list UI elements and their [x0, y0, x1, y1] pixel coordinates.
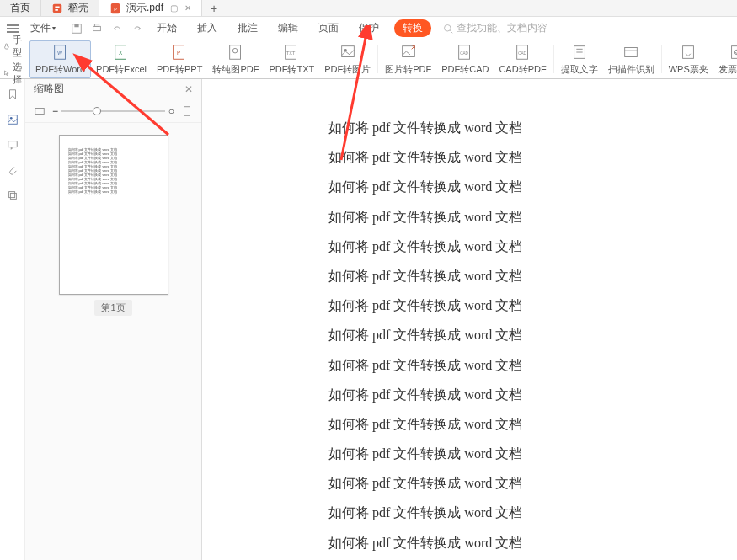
search-box[interactable]: 查找功能、文档内容: [443, 21, 547, 35]
redo-icon[interactable]: [130, 21, 145, 36]
svg-rect-32: [625, 48, 638, 57]
document-text-line: 如何将 pdf 文件转换成 word 文档: [328, 113, 686, 142]
thumbnail-item[interactable]: 如何将 pdf 文件转换成 word 文档如何将 pdf 文件转换成 word …: [37, 135, 190, 316]
menu-annotate[interactable]: 批注: [232, 19, 263, 37]
menu-page[interactable]: 页面: [313, 19, 344, 37]
svg-text:W: W: [57, 50, 63, 56]
bookmark-panel-icon[interactable]: [6, 88, 19, 101]
menu-protect[interactable]: 保护: [354, 19, 384, 37]
print-icon[interactable]: [89, 21, 104, 36]
svg-text:P: P: [177, 50, 180, 56]
tool-图片转PDF[interactable]: 图片转PDF: [380, 40, 436, 78]
tool-icon: CAD: [456, 43, 474, 61]
svg-text:X: X: [119, 50, 123, 56]
tool-转纯图PDF[interactable]: 转纯图PDF: [207, 40, 264, 78]
hand-icon: [3, 41, 10, 51]
save-icon[interactable]: [69, 21, 84, 36]
tab-label: 稻壳: [68, 1, 88, 15]
tab-docer[interactable]: 稻壳: [41, 0, 99, 16]
menu-start[interactable]: 开始: [152, 19, 182, 37]
svg-rect-41: [8, 141, 17, 147]
tool-icon: [570, 43, 589, 61]
tool-PDF转Word[interactable]: WPDF转Word: [29, 40, 91, 78]
tool-PDF转图片[interactable]: PDF转图片: [319, 40, 376, 78]
document-text-line: 如何将 pdf 文件转换成 word 文档: [328, 380, 686, 409]
tool-发票查验[interactable]: 发票查验: [713, 40, 737, 78]
svg-text:CAD: CAD: [518, 51, 526, 56]
comment-panel-icon[interactable]: [6, 138, 19, 152]
svg-rect-9: [94, 24, 99, 26]
tab-document[interactable]: P 演示.pdf ▢ ✕: [99, 0, 202, 16]
svg-point-19: [232, 48, 238, 53]
pdf-tab-icon: P: [109, 3, 121, 14]
tool-CAD转PDF[interactable]: CADCAD转PDF: [494, 40, 551, 78]
new-tab-button[interactable]: +: [202, 2, 226, 15]
tool-PDF转Excel[interactable]: XPDF转Excel: [91, 40, 152, 78]
undo-icon[interactable]: [109, 21, 125, 36]
tool-icon: [679, 43, 697, 61]
tool-PDF转CAD[interactable]: CADPDF转CAD: [436, 40, 494, 78]
close-panel-icon[interactable]: ✕: [184, 83, 193, 95]
hand-tool[interactable]: 手型: [3, 34, 25, 59]
document-text-line: 如何将 pdf 文件转换成 word 文档: [328, 142, 686, 172]
minimize-doc-icon[interactable]: ▢: [170, 3, 178, 13]
document-text-line: 如何将 pdf 文件转换成 word 文档: [328, 320, 686, 349]
svg-rect-7: [74, 24, 78, 27]
svg-rect-44: [35, 108, 45, 114]
document-text-line: 如何将 pdf 文件转换成 word 文档: [328, 409, 686, 439]
tool-WPS票夹[interactable]: WPS票夹: [664, 40, 713, 78]
document-text-line: 如何将 pdf 文件转换成 word 文档: [328, 439, 686, 468]
svg-text:P: P: [114, 6, 117, 11]
page-number-label: 第1页: [94, 300, 131, 316]
page-thumbnail[interactable]: 如何将 pdf 文件转换成 word 文档如何将 pdf 文件转换成 word …: [59, 135, 168, 295]
tool-icon: TXT: [282, 43, 301, 61]
tab-home[interactable]: 首页: [0, 0, 41, 16]
menu-convert[interactable]: 转换: [394, 19, 431, 37]
menu-edit[interactable]: 编辑: [273, 19, 303, 37]
search-icon: [443, 24, 453, 34]
document-viewer[interactable]: 如何将 pdf 文件转换成 word 文档如何将 pdf 文件转换成 word …: [202, 79, 737, 560]
tool-icon: CAD: [514, 43, 532, 61]
attachment-panel-icon[interactable]: [6, 163, 19, 177]
tab-bar: 首页 稻壳 P 演示.pdf ▢ ✕ +: [0, 0, 737, 17]
document-text-line: 如何将 pdf 文件转换成 word 文档: [328, 202, 686, 232]
tool-PDF转TXT[interactable]: TXTPDF转TXT: [264, 40, 319, 78]
tool-icon: X: [112, 43, 131, 61]
svg-rect-0: [53, 3, 62, 13]
main-area: 缩略图 ✕ − ○ 如何将 pdf 文件转换成 word 文档如何将 pdf 文…: [0, 79, 737, 560]
menu-insert[interactable]: 插入: [192, 19, 222, 37]
tool-icon: [339, 43, 357, 61]
svg-point-23: [344, 49, 347, 51]
svg-point-10: [445, 24, 451, 31]
tool-PDF转PPT[interactable]: PPDF转PPT: [152, 40, 207, 78]
tool-icon: [622, 43, 640, 61]
document-text-line: 如何将 pdf 文件转换成 word 文档: [328, 261, 686, 291]
tool-icon: P: [170, 43, 189, 61]
thumbnail-panel-icon[interactable]: [6, 113, 19, 126]
conversion-toolbar: 手型 选择 WPDF转WordXPDF转ExcelPPDF转PPT转纯图PDFT…: [0, 40, 737, 79]
thumbnail-panel: 缩略图 ✕ − ○ 如何将 pdf 文件转换成 word 文档如何将 pdf 文…: [25, 79, 202, 560]
fit-page-icon[interactable]: [181, 105, 193, 117]
document-text-line: 如何将 pdf 文件转换成 word 文档: [328, 498, 686, 527]
tool-提取文字[interactable]: 提取文字: [556, 40, 603, 78]
document-text-line: 如何将 pdf 文件转换成 word 文档: [328, 468, 686, 498]
tool-icon: [227, 43, 245, 61]
tool-icon: [399, 43, 418, 61]
tab-label: 演示.pdf: [126, 1, 163, 15]
svg-point-40: [9, 117, 12, 120]
thumbnail-zoom-slider[interactable]: − ○: [52, 105, 174, 117]
cursor-icon: [3, 68, 10, 78]
tool-icon: [728, 43, 737, 61]
svg-line-11: [450, 30, 452, 33]
svg-text:TXT: TXT: [286, 51, 296, 56]
tool-扫描件识别[interactable]: 扫描件识别: [603, 40, 660, 78]
document-text-line: 如何将 pdf 文件转换成 word 文档: [328, 232, 686, 261]
svg-rect-39: [8, 115, 17, 125]
close-tab-icon[interactable]: ✕: [184, 3, 191, 13]
svg-rect-43: [10, 193, 16, 199]
svg-rect-18: [230, 45, 241, 60]
document-text-line: 如何将 pdf 文件转换成 word 文档: [328, 350, 686, 380]
layers-panel-icon[interactable]: [6, 189, 19, 202]
tab-label: 首页: [10, 1, 30, 15]
fit-width-icon[interactable]: [34, 105, 45, 117]
